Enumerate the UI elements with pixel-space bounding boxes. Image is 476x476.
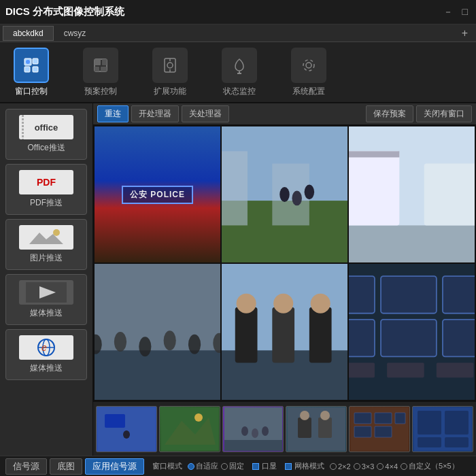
radio-2x2-dot bbox=[330, 463, 337, 470]
svg-rect-30 bbox=[222, 151, 248, 225]
svg-point-73 bbox=[241, 426, 248, 436]
close-button[interactable]: □ bbox=[460, 6, 471, 18]
radio-adaptive-label: 自适应 bbox=[196, 461, 218, 471]
sidebar-item-office[interactable]: office Office推送 bbox=[5, 109, 87, 160]
thumbnail-bar bbox=[93, 401, 476, 456]
nav-item-preplan[interactable]: 预案控制 bbox=[83, 48, 118, 97]
radio-4x4-label: 4×4 bbox=[385, 462, 398, 471]
svg-rect-85 bbox=[395, 413, 405, 424]
sidebar-item-media1[interactable]: 媒体推送 bbox=[5, 274, 87, 325]
status-tab-signal[interactable]: 信号源 bbox=[5, 458, 47, 475]
media-video-icon bbox=[19, 280, 73, 305]
sidebar-item-pdf[interactable]: PDF PDF推送 bbox=[5, 164, 87, 215]
svg-text:e: e bbox=[41, 342, 47, 353]
svg-rect-54 bbox=[309, 307, 332, 363]
svg-rect-91 bbox=[418, 437, 441, 447]
thumbnail-4[interactable] bbox=[349, 406, 410, 452]
svg-rect-31 bbox=[272, 164, 309, 226]
grid-checkbox[interactable] bbox=[285, 463, 292, 470]
toolbar-close-windows-button[interactable]: 关闭有窗口 bbox=[416, 105, 472, 122]
sidebar-label-office: Office推送 bbox=[27, 142, 65, 154]
svg-point-34 bbox=[305, 184, 315, 199]
svg-rect-9 bbox=[101, 67, 107, 71]
preplan-icon bbox=[83, 48, 118, 83]
radio-fixed[interactable]: 固定 bbox=[221, 461, 244, 471]
svg-rect-1 bbox=[33, 58, 38, 64]
svg-rect-59 bbox=[443, 276, 475, 313]
thumbnail-2[interactable] bbox=[222, 406, 284, 452]
sidebar: office Office推送 PDF PDF推送 图片推送 bbox=[0, 103, 93, 456]
svg-rect-77 bbox=[288, 407, 345, 451]
radio-2x2-label: 2×2 bbox=[338, 462, 351, 471]
svg-point-17 bbox=[303, 60, 314, 71]
svg-rect-86 bbox=[354, 426, 371, 437]
radio-custom[interactable]: 自定义（5×5） bbox=[401, 461, 459, 471]
toolbar-open-processor-button[interactable]: 开处理器 bbox=[131, 105, 179, 122]
app-title: DICS 分布式图像控制系统 bbox=[5, 5, 124, 18]
image-icon bbox=[19, 225, 73, 250]
svg-rect-18 bbox=[26, 227, 67, 248]
extend-icon bbox=[152, 48, 188, 83]
radio-custom-label: 自定义（5×5） bbox=[409, 461, 459, 471]
svg-rect-63 bbox=[349, 362, 375, 377]
toolbar-save-button[interactable]: 保存预案 bbox=[366, 105, 413, 122]
thumbnail-0[interactable] bbox=[96, 406, 157, 452]
svg-rect-57 bbox=[349, 276, 375, 313]
svg-rect-39 bbox=[349, 151, 399, 157]
nav-bar: 窗口控制 预案控制 扩展功能 bbox=[0, 42, 476, 103]
svg-point-68 bbox=[123, 430, 130, 439]
svg-point-32 bbox=[279, 187, 290, 202]
svg-rect-8 bbox=[95, 67, 99, 71]
svg-rect-92 bbox=[445, 437, 469, 447]
sidebar-item-media2[interactable]: e 媒体推送 bbox=[5, 329, 87, 380]
video-cell-0[interactable]: 公安 POLICE bbox=[95, 126, 220, 262]
nav-item-extend[interactable]: 扩展功能 bbox=[152, 48, 188, 97]
toolbar-close-processor-button[interactable]: 关处理器 bbox=[182, 105, 229, 122]
video-cell-4[interactable] bbox=[222, 264, 347, 400]
radio-4x4[interactable]: 4×4 bbox=[377, 462, 398, 471]
tab-0[interactable]: abckdkd bbox=[3, 26, 54, 41]
tab-add-button[interactable]: + bbox=[456, 27, 473, 39]
radio-2x2[interactable]: 2×2 bbox=[330, 462, 351, 471]
radio-3x3-dot bbox=[354, 463, 360, 470]
status-tab-apply[interactable]: 应用信号源 bbox=[85, 458, 144, 475]
content-area: 重连 开处理器 关处理器 保存预案 关闭有窗口 公安 POLICE bbox=[93, 103, 476, 456]
toolbar-right: 保存预案 关闭有窗口 bbox=[366, 105, 472, 122]
svg-point-53 bbox=[273, 294, 293, 313]
svg-point-11 bbox=[167, 63, 173, 68]
office-icon: office bbox=[19, 115, 73, 139]
toolbar-reconnect-button[interactable]: 重连 bbox=[97, 105, 129, 122]
thumbnail-1[interactable] bbox=[159, 406, 220, 452]
svg-point-4 bbox=[26, 60, 30, 64]
svg-point-71 bbox=[194, 413, 203, 422]
video-cell-5[interactable] bbox=[349, 264, 475, 400]
nav-label-status: 状态监控 bbox=[223, 86, 256, 97]
video-cell-3[interactable] bbox=[95, 264, 220, 400]
toolbar: 重连 开处理器 关处理器 保存预案 关闭有窗口 bbox=[93, 103, 476, 125]
sidebar-item-image[interactable]: 图片推送 bbox=[5, 219, 87, 270]
svg-rect-76 bbox=[224, 440, 282, 451]
svg-rect-90 bbox=[445, 411, 469, 435]
thumbnail-3[interactable] bbox=[286, 406, 347, 452]
video-cell-1[interactable] bbox=[222, 126, 347, 262]
radio-3x3[interactable]: 3×3 bbox=[354, 462, 375, 471]
nav-item-status[interactable]: 状态监控 bbox=[222, 48, 257, 97]
status-bar: 信号源 底图 应用信号源 窗口模式 自适应 固定 口显 网格模式 2×2 3×3 bbox=[0, 456, 476, 476]
tab-1[interactable]: cwsyz bbox=[54, 26, 97, 41]
nav-item-window-control[interactable]: 窗口控制 bbox=[14, 48, 49, 97]
svg-rect-7 bbox=[102, 59, 107, 65]
radio-adaptive-dot bbox=[188, 463, 194, 470]
svg-point-16 bbox=[306, 63, 311, 68]
svg-rect-52 bbox=[272, 307, 294, 363]
status-tab-base[interactable]: 底图 bbox=[50, 458, 82, 475]
display-checkbox[interactable] bbox=[252, 463, 259, 470]
svg-rect-60 bbox=[349, 320, 375, 357]
video-cell-2[interactable] bbox=[349, 126, 475, 262]
display-mode-group: 口显 bbox=[252, 461, 277, 471]
svg-rect-87 bbox=[375, 426, 392, 437]
svg-rect-83 bbox=[354, 413, 371, 424]
nav-item-sysconfig[interactable]: 系统配置 bbox=[291, 48, 326, 97]
radio-adaptive[interactable]: 自适应 bbox=[188, 461, 218, 471]
thumbnail-5[interactable] bbox=[412, 406, 473, 452]
minimize-button[interactable]: － bbox=[441, 6, 456, 18]
